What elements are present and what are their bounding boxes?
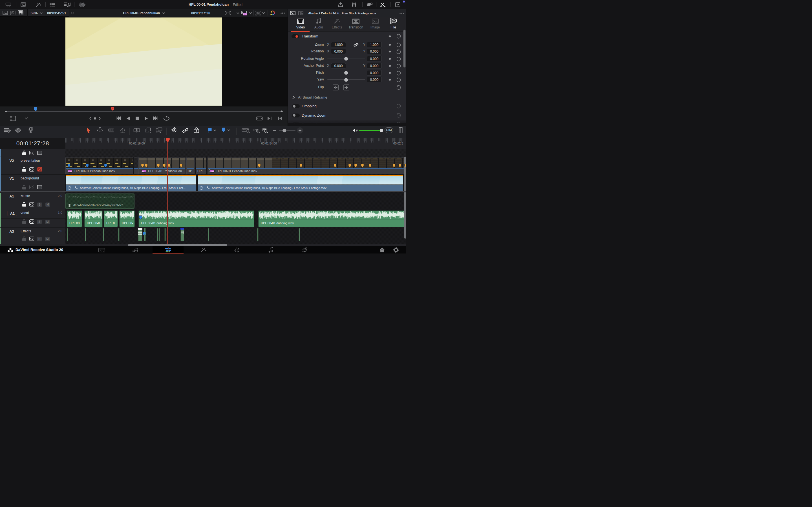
svg-text:PXY: PXY bbox=[243, 13, 247, 15]
